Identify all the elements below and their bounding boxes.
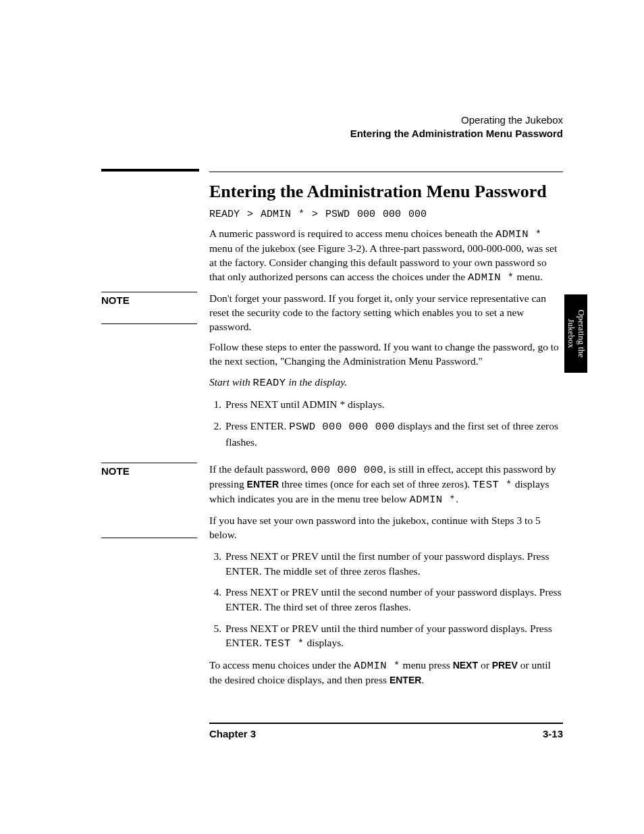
header-chapter: Operating the Jukebox (350, 113, 563, 127)
thumb-tab-line2: Jukebox (566, 319, 576, 348)
step-1: Press NEXT until ADMIN * displays. (224, 397, 563, 412)
running-header: Operating the Jukebox Entering the Admin… (350, 113, 563, 141)
steps-list-1: Press NEXT until ADMIN * displays. Press… (209, 397, 563, 449)
thumb-tab-line1: Operating the (576, 309, 587, 357)
steps-list-2: Press NEXT or PREV until the first numbe… (209, 549, 563, 652)
note-label: NOTE (101, 292, 197, 323)
start-line: Start with READY in the display. (209, 375, 563, 390)
closing-paragraph: To access menu choices under the ADMIN *… (209, 658, 563, 687)
footer-chapter: Chapter 3 (209, 728, 256, 739)
follow-paragraph: Follow these steps to enter the password… (209, 340, 563, 369)
note-2-text: If the default password, 000 000 000, is… (209, 463, 563, 507)
note-1-text: Don't forget your password. If you forge… (209, 292, 563, 334)
step-2: Press ENTER. PSWD 000 000 000 displays a… (224, 419, 563, 449)
header-section: Entering the Administration Menu Passwor… (350, 127, 563, 140)
section-heading: Entering the Administration Menu Passwor… (209, 182, 563, 202)
intro-paragraph: A numeric password is required to access… (209, 227, 563, 285)
step-3: Press NEXT or PREV until the first numbe… (224, 549, 563, 578)
note-2-p2: If you have set your own password into t… (209, 514, 563, 542)
display-breadcrumb: READY > ADMIN * > PSWD 000 000 000 (209, 209, 563, 220)
step-5: Press NEXT or PREV until the third numbe… (224, 621, 563, 652)
step-4: Press NEXT or PREV until the second numb… (224, 585, 563, 614)
heading-thin-rule (209, 172, 563, 172)
note-block-1: NOTE Don't forget your password. If you … (101, 292, 563, 457)
heading-thick-rule (101, 169, 199, 172)
page-footer: Chapter 3 3-13 (209, 723, 563, 739)
note-label: NOTE (101, 463, 197, 494)
thumb-tab: Operating the Jukebox (564, 294, 587, 373)
footer-page-number: 3-13 (543, 728, 563, 739)
note-block-2: NOTE If the default password, 000 000 00… (101, 463, 563, 694)
